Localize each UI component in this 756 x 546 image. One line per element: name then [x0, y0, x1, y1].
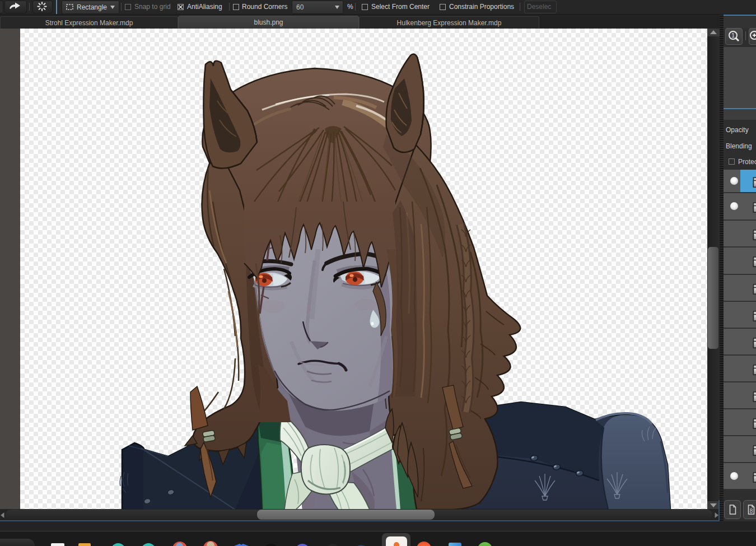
svg-text:1: 1 — [731, 32, 735, 39]
svg-text:8: 8 — [750, 508, 753, 514]
